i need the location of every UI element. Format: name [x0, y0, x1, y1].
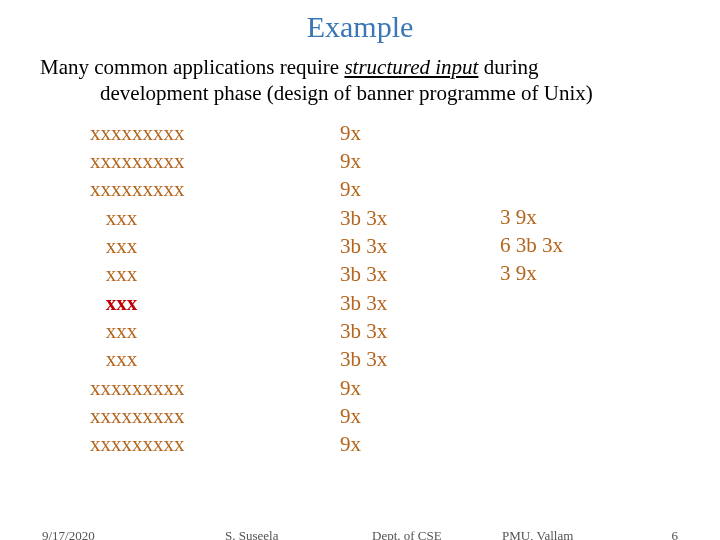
example-columns: xxxxxxxxx xxxxxxxxx xxxxxxxxx xxx xxx xx…	[0, 107, 720, 477]
footer-dept: Dept. of CSE	[372, 528, 442, 540]
footer-page-number: 6	[672, 528, 679, 540]
para-line1-em: structured input	[344, 55, 478, 79]
para-line1-pre: Many common applications require	[40, 55, 344, 79]
footer-author: S. Suseela	[225, 528, 278, 540]
run-length-column: 9x 9x 9x 3b 3x 3b 3x 3b 3x 3b 3x 3b 3x 3…	[340, 119, 387, 459]
para-line1-post: during	[478, 55, 538, 79]
banner-pattern-column: xxxxxxxxx xxxxxxxxx xxxxxxxxx xxx xxx xx…	[90, 119, 185, 459]
highlighted-row: xxx	[90, 291, 137, 315]
slide-title: Example	[0, 10, 720, 44]
para-line2: development phase (design of banner prog…	[100, 80, 680, 106]
footer-org: PMU, Vallam	[502, 528, 573, 540]
body-paragraph: Many common applications require structu…	[40, 54, 680, 107]
compressed-column: 3 9x 6 3b 3x 3 9x	[500, 203, 563, 288]
footer-date: 9/17/2020	[42, 528, 95, 540]
